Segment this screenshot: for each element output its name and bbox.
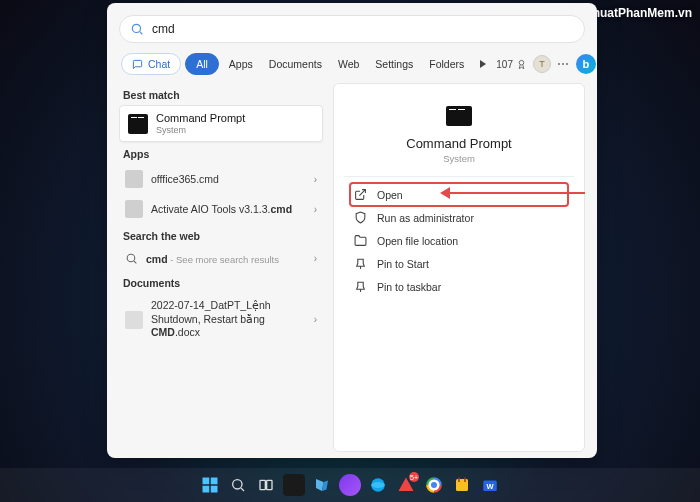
taskbar-icon[interactable] [283, 474, 305, 496]
cmd-file-icon [125, 170, 143, 188]
taskbar-icon[interactable] [451, 474, 473, 496]
svg-rect-10 [203, 486, 210, 493]
docx-file-icon [125, 311, 143, 329]
start-search-panel: cmd Chat All Apps Documents Web Settings… [107, 3, 597, 458]
action-run-admin[interactable]: Run as administrator [350, 206, 568, 229]
taskbar-taskview-button[interactable] [255, 474, 277, 496]
tab-apps[interactable]: Apps [223, 53, 259, 75]
command-prompt-icon [128, 114, 148, 134]
svg-rect-11 [211, 486, 218, 493]
shield-icon [354, 211, 367, 224]
taskbar-icon[interactable]: W [479, 474, 501, 496]
preview-subtitle: System [350, 153, 568, 164]
tab-folders[interactable]: Folders [423, 53, 470, 75]
app-result-item[interactable]: Activate AIO Tools v3.1.3.cmd › [119, 194, 323, 224]
pin-icon [354, 257, 367, 270]
tab-chat[interactable]: Chat [121, 53, 181, 75]
action-pin-taskbar[interactable]: Pin to taskbar [350, 275, 568, 298]
svg-point-23 [431, 482, 437, 488]
svg-line-13 [241, 488, 244, 491]
document-result-item[interactable]: 2022-07-14_DatPT_Lệnh Shutdown, Restart … [119, 293, 323, 346]
tab-settings[interactable]: Settings [369, 53, 419, 75]
svg-line-1 [140, 32, 143, 35]
action-open-location[interactable]: Open file location [350, 229, 568, 252]
best-match-title: Command Prompt [156, 112, 245, 125]
svg-rect-14 [260, 480, 265, 489]
chevron-right-icon: › [314, 314, 317, 325]
taskbar-start-button[interactable] [199, 474, 221, 496]
pin-icon [354, 280, 367, 293]
tab-documents[interactable]: Documents [263, 53, 328, 75]
taskbar-icon[interactable] [423, 474, 445, 496]
svg-rect-25 [458, 478, 460, 483]
taskbar: 5+ W [0, 468, 700, 502]
section-documents: Documents [119, 271, 323, 293]
chevron-right-icon: › [314, 204, 317, 215]
divider [344, 176, 574, 177]
svg-rect-15 [267, 480, 272, 489]
svg-line-4 [134, 261, 136, 263]
search-icon [125, 252, 138, 265]
taskbar-icon[interactable] [311, 474, 333, 496]
svg-line-5 [359, 190, 365, 196]
section-search-web: Search the web [119, 224, 323, 246]
svg-rect-24 [456, 479, 468, 491]
taskbar-icon[interactable] [367, 474, 389, 496]
chevron-right-icon: › [314, 253, 317, 264]
svg-point-3 [127, 254, 135, 262]
preview-title: Command Prompt [350, 136, 568, 151]
svg-rect-9 [211, 478, 218, 485]
cmd-file-icon [125, 200, 143, 218]
taskbar-icon[interactable] [339, 474, 361, 496]
tabs-row: Chat All Apps Documents Web Settings Fol… [119, 53, 585, 75]
search-input[interactable]: cmd [119, 15, 585, 43]
callout-arrow [440, 185, 585, 201]
rewards-badge[interactable]: 107 [496, 59, 527, 70]
svg-point-0 [132, 24, 140, 32]
best-match-subtitle: System [156, 125, 245, 135]
svg-point-2 [519, 60, 524, 65]
open-icon [354, 188, 367, 201]
section-apps: Apps [119, 142, 323, 164]
rewards-icon [516, 59, 527, 70]
command-prompt-icon [446, 106, 472, 126]
results-column: Best match Command Prompt System Apps of… [119, 83, 323, 452]
bing-logo[interactable]: b [576, 54, 596, 74]
taskbar-icon[interactable]: 5+ [395, 474, 417, 496]
section-best-match: Best match [119, 83, 323, 105]
svg-point-12 [233, 480, 242, 489]
svg-text:W: W [486, 482, 494, 491]
svg-rect-26 [464, 478, 466, 483]
tab-more[interactable] [474, 53, 492, 75]
web-search-item[interactable]: cmd - See more search results › [119, 246, 323, 271]
chevron-right-icon: › [314, 174, 317, 185]
tab-all[interactable]: All [185, 53, 219, 75]
action-open[interactable]: Open [350, 183, 568, 206]
play-icon [480, 60, 486, 68]
app-result-item[interactable]: offfice365.cmd › [119, 164, 323, 194]
user-avatar[interactable]: T [533, 55, 551, 73]
chat-icon [132, 59, 143, 70]
best-match-item[interactable]: Command Prompt System [119, 105, 323, 142]
folder-icon [354, 234, 367, 247]
search-icon [130, 22, 144, 36]
svg-rect-8 [203, 478, 210, 485]
taskbar-search-button[interactable] [227, 474, 249, 496]
preview-pane: Command Prompt System Open Run as admini… [333, 83, 585, 452]
action-pin-start[interactable]: Pin to Start [350, 252, 568, 275]
tab-web[interactable]: Web [332, 53, 365, 75]
search-query-text: cmd [152, 22, 175, 36]
overflow-menu[interactable]: ⋯ [557, 57, 570, 71]
svg-point-17 [371, 482, 385, 488]
